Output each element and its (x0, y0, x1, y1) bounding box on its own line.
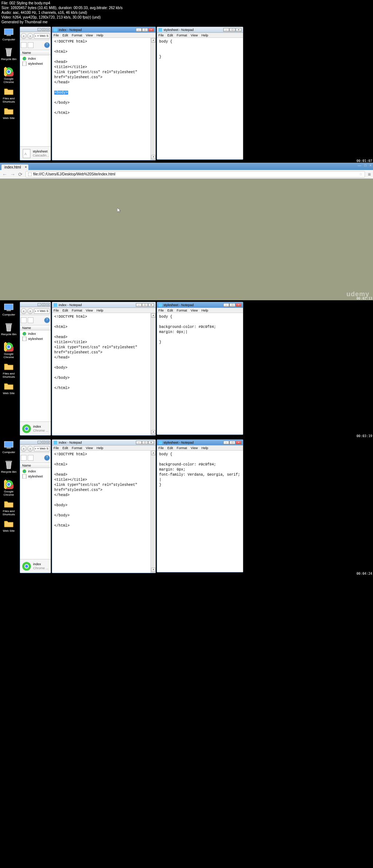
menu-edit[interactable]: Edit (168, 309, 173, 312)
minimize-button[interactable]: - (38, 441, 41, 444)
maximize-button[interactable]: □ (229, 303, 235, 307)
tool-organize[interactable] (21, 455, 27, 461)
tool-views[interactable] (28, 42, 34, 48)
editor-area[interactable]: <!DOCTYPE html> <html> <head> <title></t… (52, 313, 156, 435)
column-header-name[interactable]: Name (20, 50, 51, 55)
maximize-button[interactable]: □ (42, 303, 46, 306)
editor-area[interactable]: body { background-color: #9c9f84; margin… (157, 313, 243, 435)
chrome-icon[interactable]: Google Chrome (0, 342, 17, 359)
minimize-button[interactable]: - (223, 303, 229, 307)
file-item-index[interactable]: index (21, 469, 50, 474)
file-item-stylesheet[interactable]: stylesheet (21, 336, 50, 341)
menu-view[interactable]: View (86, 446, 93, 450)
menu-file[interactable]: File (158, 309, 164, 312)
maximize-button[interactable]: □ (42, 441, 46, 444)
computer-icon[interactable]: Computer (0, 27, 17, 45)
menu-file[interactable]: File (158, 33, 164, 37)
close-button[interactable]: × (369, 163, 372, 167)
menu-format[interactable]: Format (72, 446, 82, 450)
minimize-button[interactable]: — (358, 163, 361, 167)
scrollbar[interactable]: ▴▾ (150, 38, 156, 160)
column-header-name[interactable]: Name (20, 325, 51, 330)
menu-help[interactable]: Help (97, 446, 103, 450)
back-button[interactable]: ‹ (21, 308, 27, 314)
minimize-button[interactable]: - (136, 28, 142, 32)
menu-format[interactable]: Format (177, 33, 187, 37)
file-item-index[interactable]: index (21, 56, 50, 61)
minimize-button[interactable]: - (136, 303, 142, 307)
files-folder-icon[interactable]: Files and Shortcuts (0, 86, 17, 104)
close-button[interactable]: × (46, 303, 50, 306)
minimize-button[interactable]: - (223, 441, 229, 444)
file-item-stylesheet[interactable]: stylesheet (21, 61, 50, 66)
menu-icon[interactable]: ≡ (368, 171, 371, 177)
tool-help[interactable]: ? (44, 455, 50, 461)
menu-help[interactable]: Help (97, 309, 103, 312)
close-button[interactable]: × (148, 28, 154, 32)
editor-area[interactable]: body { } (157, 38, 243, 159)
files-folder-icon[interactable]: Files and Shortcuts (0, 361, 17, 379)
back-button[interactable]: ← (2, 171, 7, 177)
tool-help[interactable]: ? (44, 317, 50, 323)
editor-area[interactable]: <!DOCTYPE html> <html> <head> <title></t… (52, 451, 156, 573)
menu-view[interactable]: View (86, 309, 93, 312)
address-bar[interactable]: file:///C:/Users/EJ/Desktop/Web%20Site/i… (25, 171, 365, 178)
forward-button[interactable]: › (27, 308, 33, 314)
minimize-button[interactable]: - (38, 303, 41, 306)
menu-format[interactable]: Format (72, 309, 82, 312)
website-folder-icon[interactable]: Web Site (0, 381, 17, 399)
menu-view[interactable]: View (86, 33, 93, 37)
minimize-button[interactable]: - (38, 28, 41, 31)
minimize-button[interactable]: - (136, 441, 142, 444)
close-button[interactable]: × (236, 28, 242, 32)
computer-icon[interactable]: Computer (0, 440, 17, 457)
back-button[interactable]: ‹ (21, 33, 27, 39)
tab-close-icon[interactable]: × (25, 165, 27, 169)
menu-format[interactable]: Format (177, 309, 187, 312)
tool-views[interactable] (28, 317, 34, 323)
tool-views[interactable] (28, 455, 34, 461)
maximize-button[interactable]: □ (142, 441, 148, 444)
file-item-index[interactable]: index (21, 331, 50, 336)
website-folder-icon[interactable]: Web Site (0, 519, 17, 536)
scrollbar[interactable]: ▴▾ (150, 451, 156, 573)
menu-format[interactable]: Format (72, 33, 82, 37)
menu-help[interactable]: Help (201, 309, 208, 312)
menu-view[interactable]: View (191, 33, 198, 37)
menu-file[interactable]: File (54, 446, 59, 450)
chrome-icon[interactable]: Google Chrome (0, 479, 17, 497)
back-button[interactable]: ‹ (21, 446, 27, 452)
close-button[interactable]: × (236, 441, 242, 444)
forward-button[interactable]: › (27, 33, 33, 39)
maximize-button[interactable]: □ (42, 28, 46, 31)
menu-format[interactable]: Format (177, 446, 187, 450)
recycle-bin-icon[interactable]: Recycle Bin (0, 322, 17, 340)
bookmark-icon[interactable]: ☆ (359, 172, 362, 176)
menu-file[interactable]: File (54, 309, 59, 312)
forward-button[interactable]: › (27, 446, 33, 452)
close-button[interactable]: × (46, 441, 50, 444)
close-button[interactable]: × (148, 303, 154, 307)
menu-file[interactable]: File (54, 33, 59, 37)
recycle-bin-icon[interactable]: Recycle Bin (0, 460, 17, 477)
tool-help[interactable]: ? (44, 42, 50, 48)
computer-icon[interactable]: Computer (0, 302, 17, 320)
website-folder-icon[interactable]: Web Site (0, 106, 17, 123)
menu-help[interactable]: Help (201, 446, 208, 450)
address-bar[interactable]: ▸ « Web S (34, 33, 50, 39)
menu-file[interactable]: File (158, 446, 164, 450)
tool-organize[interactable] (21, 42, 27, 48)
maximize-button[interactable]: □ (229, 28, 235, 32)
menu-view[interactable]: View (191, 309, 198, 312)
reload-button[interactable]: ⟳ (18, 171, 23, 177)
maximize-button[interactable]: □ (229, 441, 235, 444)
menu-edit[interactable]: Edit (63, 33, 68, 37)
maximize-button[interactable]: □ (142, 28, 148, 32)
editor-area[interactable]: body { background-color: #9c9f84; margin… (157, 451, 243, 572)
column-header-name[interactable]: Name (20, 463, 51, 468)
menu-edit[interactable]: Edit (168, 446, 173, 450)
menu-edit[interactable]: Edit (63, 446, 68, 450)
forward-button[interactable]: → (10, 171, 15, 177)
scrollbar[interactable]: ▴▾ (150, 313, 156, 435)
menu-help[interactable]: Help (97, 33, 103, 37)
